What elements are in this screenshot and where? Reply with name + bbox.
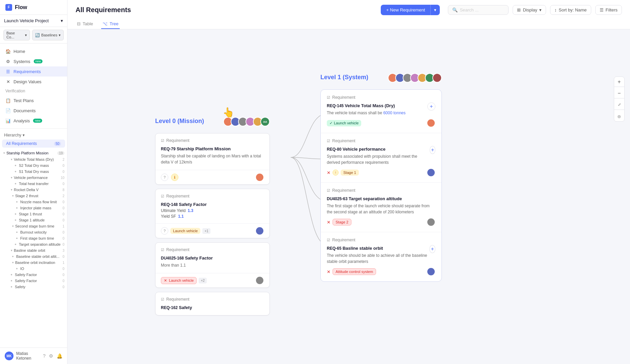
sidebar-item-test-plans[interactable]: 📋 Test Plans	[0, 95, 67, 105]
sidebar-item-analysis[interactable]: 📊 Analysis new	[0, 116, 67, 126]
fit-button[interactable]: ⤢	[614, 100, 624, 110]
info-icon: ℹ	[171, 174, 178, 181]
target-button[interactable]: ◎	[614, 111, 624, 121]
tree-item-stage1-thrust[interactable]: Stage 1 thrust 0	[0, 211, 67, 217]
tree-item-stage2-thrust[interactable]: ▾ Stage 2 thrust 2	[0, 193, 67, 199]
filters-button[interactable]: ☰ Filters	[595, 5, 622, 15]
add-button[interactable]: +	[427, 102, 435, 111]
tree-item-safety-factor-1[interactable]: Safety Factor 0	[0, 272, 67, 278]
zoom-in-button[interactable]: +	[614, 77, 624, 87]
requirement-icon: ☑	[327, 238, 330, 242]
add-button[interactable]: +	[430, 146, 435, 154]
highlight-text: 6000 tonnes	[383, 111, 405, 115]
notifications-icon[interactable]: 🔔	[57, 353, 62, 359]
baselines-dropdown[interactable]: 🔄 Baselines ▾	[32, 30, 64, 40]
tree-item-s2-dry[interactable]: S2 Total Dry mass 0	[0, 162, 67, 169]
question-icon: ?	[161, 227, 168, 235]
tree-label: Total heat transfer	[19, 182, 49, 186]
add-button[interactable]: +	[429, 245, 435, 253]
tree-item-safety-factor-2[interactable]: Safety Factor 0	[0, 278, 67, 284]
zoom-controls: + − ⤢ ◎	[614, 77, 625, 122]
tree-item-vehicle-total-mass[interactable]: ▾ Vehicle Total Mass (Dry) 2	[0, 156, 67, 162]
dot-icon	[15, 183, 16, 184]
tab-tree[interactable]: ⌥ Tree	[101, 19, 120, 29]
all-requirements-count: 50	[54, 142, 61, 146]
level-0-header: Level 0 (Mission) AA	[155, 117, 270, 129]
tree-item-burnout-velocity[interactable]: Burnout velocity 0	[0, 229, 67, 235]
new-requirement-button[interactable]: + New Requirement	[381, 5, 430, 15]
base-config-dropdown[interactable]: Base Co... ▾	[3, 30, 30, 40]
x-icon: ✕	[327, 269, 331, 274]
sidebar-item-home[interactable]: 🏠 Home	[0, 46, 67, 56]
req-title: Safety	[179, 305, 192, 310]
sidebar-item-systems[interactable]: ⚙ Systems new	[0, 56, 67, 66]
tree-count: 0	[62, 170, 64, 174]
sidebar-item-requirements[interactable]: ☰ Requirements	[0, 66, 67, 77]
tree-count: 8	[62, 188, 64, 192]
tree-item-vehicle-performance[interactable]: ▾ Vehicle performance 10	[0, 175, 67, 181]
tree-label: Rocket Delta V	[14, 188, 38, 192]
tree-item-safety[interactable]: Safety 0	[0, 284, 67, 290]
launch-vehicle-tag[interactable]: Launch vehicle	[170, 228, 200, 234]
tree-count: 10	[61, 176, 64, 180]
project-selector[interactable]: Launch Vehicle Project ▾	[0, 15, 67, 27]
systems-badge: new	[34, 59, 43, 63]
tree-count: 1	[62, 261, 64, 265]
tree-item-stable-orbit-alt[interactable]: Baseline stable orbit altit... 0	[0, 253, 67, 260]
hierarchy-selector[interactable]: Hierarchy ▾	[0, 131, 67, 139]
stage-2-tag[interactable]: Stage 2	[333, 219, 351, 225]
x-icon: ✕	[327, 220, 331, 225]
zoom-out-button[interactable]: −	[614, 88, 624, 98]
level-1-avatars	[388, 73, 442, 83]
attitude-control-tag[interactable]: Attitude control system	[333, 268, 376, 275]
avatar	[255, 276, 264, 285]
analysis-label: Analysis	[13, 118, 30, 123]
launch-vehicle-tag-green[interactable]: ✓ Launch vehicle	[327, 120, 361, 126]
sort-icon: ↕	[554, 7, 557, 12]
tree-item-rocket-delta-v[interactable]: ▾ Rocket Delta V 8	[0, 187, 67, 193]
launch-vehicle-tag-red[interactable]: ✕Launch vehicle	[161, 277, 197, 284]
settings-icon[interactable]: ⚙	[49, 353, 53, 359]
req-title: Target separation altitude	[349, 196, 402, 201]
help-icon[interactable]: ?	[43, 353, 46, 359]
tree-label: Safety Factor	[15, 279, 37, 283]
sidebar-item-design-values[interactable]: ✕ Design Values	[0, 77, 67, 87]
tree-count: 3	[62, 249, 64, 252]
tree-item-heat-transfer[interactable]: Total heat transfer 0	[0, 181, 67, 187]
tree-count: 0	[62, 206, 64, 210]
tree-item-stage1-altitude[interactable]: Stage 1 altitude 0	[0, 217, 67, 223]
tab-table[interactable]: ⊟ Table	[76, 19, 94, 29]
baselines-icon: 🔄	[35, 33, 40, 37]
baselines-label: Baselines	[41, 33, 57, 37]
tree-item-s1-dry[interactable]: S1 Total Dry mass 0	[0, 169, 67, 175]
avatar	[255, 173, 264, 182]
tree-item-target-sep[interactable]: Target separation altitude 0	[0, 241, 67, 247]
tree-label: Stage 2 thrust	[15, 194, 38, 198]
tree-item-baseline-orbit-incl[interactable]: ▾ Baseline orbit inclination 1	[0, 260, 67, 266]
tree-item-starship[interactable]: ▾ Starship Platform Mission 19	[0, 150, 67, 156]
sidebar-item-documents[interactable]: 📄 Documents	[0, 105, 67, 116]
all-requirements-item[interactable]: All Requirements 50	[2, 140, 65, 148]
tree-item-basline-orbit[interactable]: ▾ Basline stable orbit 3	[0, 247, 67, 253]
sort-button[interactable]: ↕ Sort by: Name	[550, 5, 591, 15]
prop-label: Ultimate Yield	[161, 208, 185, 213]
new-requirement-dropdown[interactable]: ▾	[430, 5, 440, 15]
chevron-down-icon: ▾	[539, 7, 542, 12]
req-id: REQ-148	[161, 202, 179, 207]
tree-item-injector[interactable]: Injector plate mass 0	[0, 205, 67, 211]
table-icon: ⊟	[77, 21, 81, 26]
tree-item-nozzle[interactable]: Nozzle mass flow limit 0	[0, 199, 67, 205]
requirement-icon: ☑	[161, 139, 164, 143]
tree-item-first-stage-burn[interactable]: First stage burn time 0	[0, 235, 67, 241]
stage-1-tag[interactable]: Stage 1	[341, 170, 359, 176]
chevron-down-icon: ▾	[11, 249, 12, 252]
req-title: Vehicle performance	[343, 147, 385, 152]
tree-label: Vehicle Total Mass (Dry)	[14, 157, 54, 161]
tree-item-second-stage-burn[interactable]: ▾ Second stage burn time 1	[0, 223, 67, 229]
check-icon: ✓	[330, 121, 333, 125]
analysis-badge: new	[33, 119, 42, 123]
tree-item-io[interactable]: IO 0	[0, 266, 67, 272]
display-button[interactable]: ⊞ Display ▾	[513, 5, 546, 15]
dot-icon	[11, 286, 12, 287]
tree-count: 19	[57, 151, 64, 155]
